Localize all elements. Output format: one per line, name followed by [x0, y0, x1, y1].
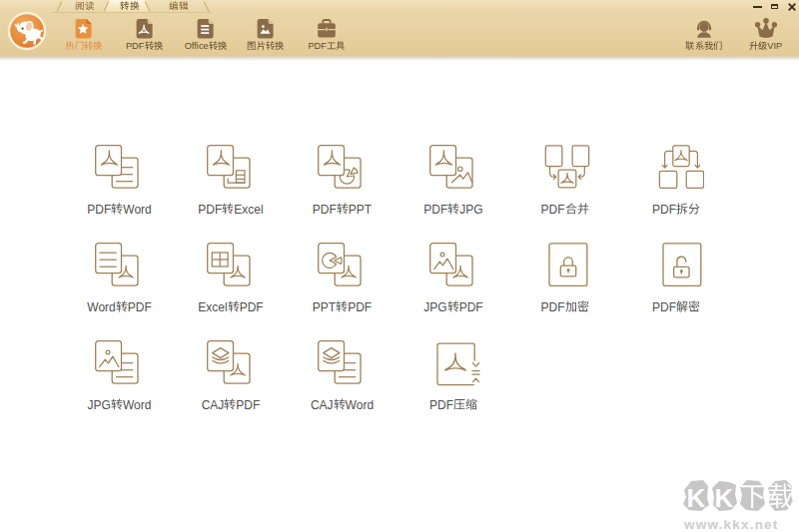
svg-text:www.kkx.net: www.kkx.net: [683, 517, 778, 532]
svg-text:K: K: [687, 483, 706, 513]
svg-text:K: K: [715, 483, 734, 513]
